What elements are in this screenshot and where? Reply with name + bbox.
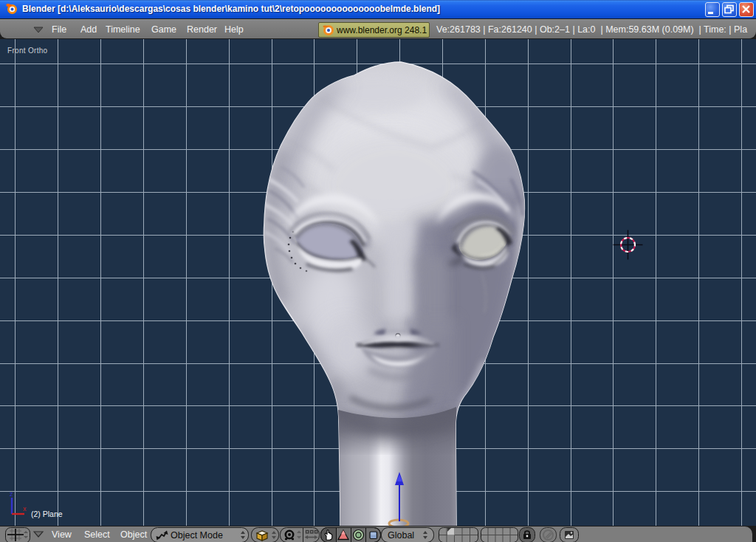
svg-text:z: z xyxy=(10,490,13,498)
svg-text:Global: Global xyxy=(388,530,414,541)
svg-text:x: x xyxy=(23,505,27,512)
svg-text:Object Mode: Object Mode xyxy=(171,530,223,541)
